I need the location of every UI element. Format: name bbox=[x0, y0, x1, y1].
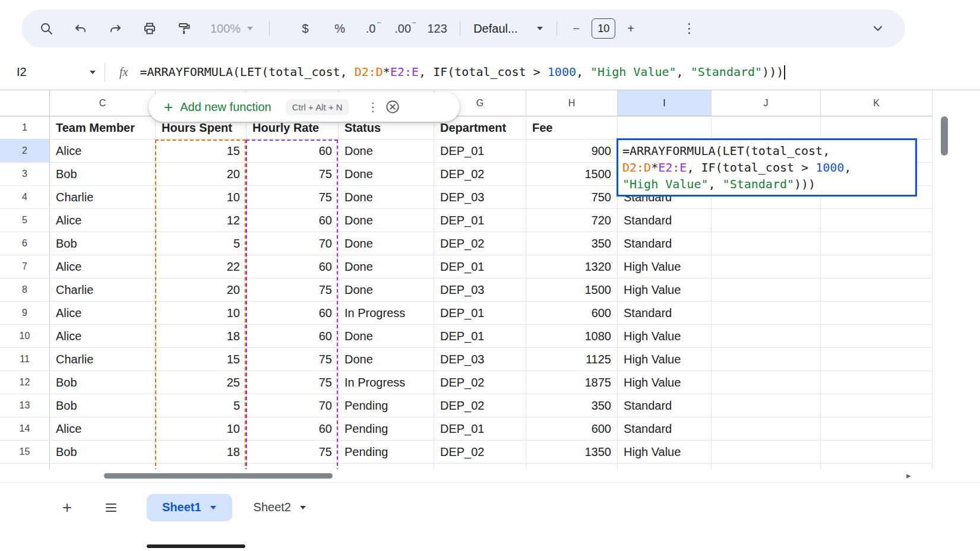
zoom-control[interactable]: 100% bbox=[204, 17, 260, 40]
cell[interactable] bbox=[712, 348, 821, 371]
cell[interactable]: 75 bbox=[246, 441, 339, 464]
cell[interactable]: DEP_02 bbox=[434, 394, 526, 417]
cell[interactable]: 25 bbox=[156, 371, 246, 394]
cell[interactable] bbox=[712, 278, 821, 302]
row-header-4[interactable]: 4 bbox=[0, 186, 50, 209]
cell[interactable] bbox=[712, 417, 821, 441]
row-header-16[interactable]: 16 bbox=[0, 464, 50, 469]
cell[interactable]: DEP_03 bbox=[434, 278, 526, 302]
cell[interactable]: Team Member bbox=[50, 116, 156, 140]
cell[interactable]: 20 bbox=[156, 464, 246, 469]
cell[interactable] bbox=[821, 371, 932, 394]
cell[interactable]: DEP_03 bbox=[434, 186, 526, 209]
cell[interactable]: Alice bbox=[50, 255, 156, 278]
cell[interactable] bbox=[821, 394, 932, 417]
cell[interactable] bbox=[821, 441, 932, 464]
cell[interactable]: Alice bbox=[50, 417, 156, 441]
formula-text[interactable]: =ARRAYFORMULA(LET(total_cost, D2:D*E2:E,… bbox=[140, 65, 785, 80]
cell[interactable]: 60 bbox=[246, 417, 339, 441]
cell[interactable]: Pending bbox=[339, 464, 434, 469]
format-currency-button[interactable]: $ bbox=[293, 17, 317, 40]
cell[interactable]: Bob bbox=[50, 441, 156, 464]
cell[interactable]: 350 bbox=[526, 232, 618, 255]
row-header-8[interactable]: 8 bbox=[0, 278, 50, 302]
row-header-10[interactable]: 10 bbox=[0, 325, 50, 348]
horizontal-scrollbar[interactable]: ▸ bbox=[0, 469, 980, 482]
cell[interactable]: DEP_01 bbox=[434, 255, 526, 278]
row-header-7[interactable]: 7 bbox=[0, 255, 50, 278]
row-header-12[interactable]: 12 bbox=[0, 371, 50, 394]
cell[interactable]: DEP_02 bbox=[434, 232, 526, 255]
cell[interactable] bbox=[712, 116, 821, 140]
cell[interactable] bbox=[712, 371, 821, 394]
decrease-decimal-button[interactable]: .0 ← bbox=[359, 17, 382, 40]
cell[interactable]: 15 bbox=[156, 140, 246, 163]
row-header-9[interactable]: 9 bbox=[0, 302, 50, 325]
cell[interactable]: 75 bbox=[246, 278, 339, 302]
cell[interactable]: 60 bbox=[246, 140, 339, 163]
cell[interactable]: 750 bbox=[526, 186, 618, 209]
cell[interactable]: DEP_03 bbox=[434, 464, 526, 469]
column-header-K[interactable]: K bbox=[821, 90, 932, 116]
column-header-I[interactable]: I bbox=[618, 90, 712, 116]
cell[interactable]: In Progress bbox=[339, 302, 434, 325]
cell[interactable]: DEP_01 bbox=[434, 302, 526, 325]
cell[interactable]: 720 bbox=[526, 209, 618, 232]
cell[interactable]: High Value bbox=[618, 255, 712, 278]
cell-editor[interactable]: =ARRAYFORMULA(LET(total_cost,D2:D*E2:E, … bbox=[617, 138, 917, 197]
cell[interactable]: Done bbox=[339, 140, 434, 163]
cell[interactable]: 75 bbox=[246, 348, 339, 371]
cell[interactable]: Done bbox=[339, 186, 434, 209]
cell[interactable]: Done bbox=[339, 163, 434, 186]
cell[interactable] bbox=[821, 209, 932, 232]
row-header-1[interactable]: 1 bbox=[0, 116, 50, 140]
cell[interactable]: 10 bbox=[156, 417, 246, 441]
cell[interactable]: 10 bbox=[156, 186, 246, 209]
cell[interactable]: Alice bbox=[50, 140, 156, 163]
tab-sheet2[interactable]: Sheet2 bbox=[248, 494, 312, 521]
cell[interactable] bbox=[712, 302, 821, 325]
all-sheets-button[interactable] bbox=[100, 497, 122, 518]
cell[interactable]: 600 bbox=[526, 417, 618, 441]
cell[interactable]: 350 bbox=[526, 394, 618, 417]
cell[interactable]: 60 bbox=[246, 325, 339, 348]
column-header-H[interactable]: H bbox=[526, 90, 618, 116]
cell[interactable]: Pending bbox=[339, 394, 434, 417]
increase-font-size-button[interactable]: + bbox=[620, 17, 641, 40]
cell[interactable] bbox=[821, 348, 932, 371]
add-new-function-button[interactable]: Add new function bbox=[180, 100, 271, 114]
cell[interactable]: Done bbox=[339, 348, 434, 371]
cell[interactable]: 5 bbox=[156, 394, 246, 417]
cell[interactable]: 1500 bbox=[526, 464, 618, 469]
cell[interactable]: Bob bbox=[50, 232, 156, 255]
redo-button[interactable] bbox=[103, 17, 127, 40]
cell[interactable]: 75 bbox=[246, 371, 339, 394]
cell[interactable] bbox=[712, 232, 821, 255]
cell[interactable]: 60 bbox=[246, 209, 339, 232]
cell[interactable]: Charlie bbox=[50, 464, 156, 469]
cell[interactable]: 75 bbox=[246, 464, 339, 469]
row-header-14[interactable]: 14 bbox=[0, 417, 50, 441]
cell[interactable]: Bob bbox=[50, 163, 156, 186]
cell[interactable] bbox=[712, 464, 821, 469]
cell[interactable]: 20 bbox=[156, 278, 246, 302]
cell[interactable]: Done bbox=[339, 278, 434, 302]
cell[interactable]: Standard bbox=[618, 232, 712, 255]
cell[interactable]: Bob bbox=[50, 394, 156, 417]
cell[interactable]: 18 bbox=[156, 441, 246, 464]
cell[interactable]: 1350 bbox=[526, 441, 618, 464]
cell[interactable]: Pending bbox=[339, 441, 434, 464]
vertical-scrollbar-thumb[interactable] bbox=[941, 116, 948, 156]
column-header-C[interactable]: C bbox=[50, 90, 156, 116]
cell[interactable]: Done bbox=[339, 232, 434, 255]
cell[interactable]: 60 bbox=[246, 302, 339, 325]
cell[interactable]: Charlie bbox=[50, 348, 156, 371]
cell[interactable]: High Value bbox=[618, 441, 712, 464]
cell[interactable]: DEP_01 bbox=[434, 140, 526, 163]
cell[interactable] bbox=[821, 232, 932, 255]
cell[interactable]: 60 bbox=[246, 255, 339, 278]
cell[interactable]: 1320 bbox=[526, 255, 618, 278]
cell[interactable]: Alice bbox=[50, 302, 156, 325]
print-button[interactable] bbox=[138, 17, 162, 40]
cell[interactable]: Charlie bbox=[50, 278, 156, 302]
